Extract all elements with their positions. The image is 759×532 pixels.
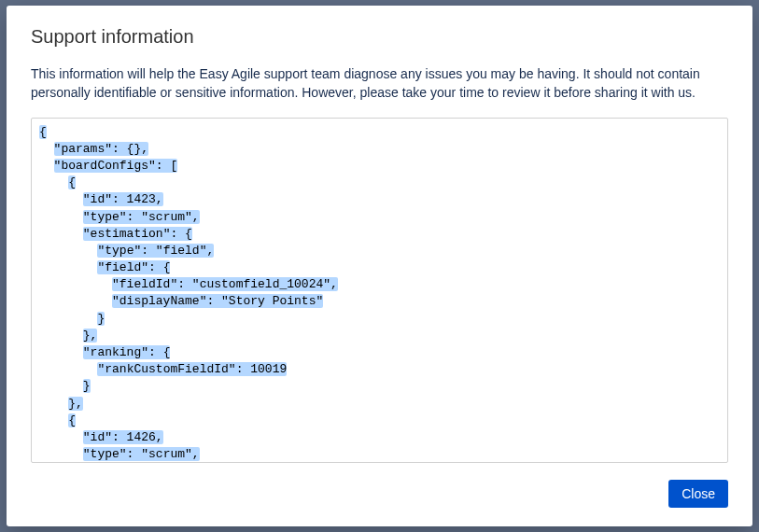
close-button[interactable]: Close bbox=[668, 480, 728, 508]
modal-footer: Close bbox=[31, 480, 728, 508]
support-info-modal: Support information This information wil… bbox=[7, 6, 752, 526]
modal-title: Support information bbox=[31, 26, 728, 48]
support-json-textbox[interactable]: { "params": {}, "boardConfigs": [ { "id"… bbox=[31, 118, 728, 463]
modal-description: This information will help the Easy Agil… bbox=[31, 64, 728, 103]
